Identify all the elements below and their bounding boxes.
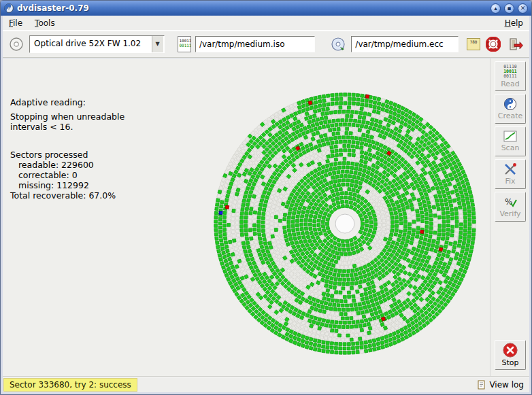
view-log-button[interactable]: View log — [477, 380, 524, 390]
lifesaver-icon — [486, 37, 501, 52]
statusbar: Sector 333680, try 2: success View log — [3, 376, 529, 392]
create-button[interactable]: Create — [495, 94, 526, 124]
status-message: Sector 333680, try 2: success — [3, 378, 137, 392]
maximize-button[interactable]: ▪ — [504, 3, 514, 14]
app-window: dvdisaster-0.79 ▴ ▪ ✕ File Tools Help Op… — [0, 0, 532, 395]
stopping-line-1: Stopping when unreadable — [10, 111, 124, 122]
fix-label: Fix — [505, 177, 515, 186]
verify-label: Verify — [499, 209, 520, 218]
menu-tools[interactable]: Tools — [29, 16, 61, 30]
iso-path-input[interactable] — [195, 36, 316, 52]
stop-icon — [503, 343, 518, 358]
ecc-file-icon — [329, 35, 347, 53]
sectors-missing: missing: 112992 — [10, 180, 124, 190]
main-area: Adaptive reading: Stopping when unreadab… — [3, 58, 529, 376]
chart-icon — [503, 131, 517, 143]
fix-button[interactable]: Fix — [495, 159, 526, 189]
read-label: Read — [501, 80, 520, 88]
preferences-button[interactable]: 780 — [467, 38, 480, 50]
svg-text:%: % — [505, 197, 512, 207]
create-label: Create — [498, 111, 523, 120]
yinyang-icon — [503, 97, 517, 111]
log-icon — [477, 380, 486, 390]
drive-select[interactable]: Optical drive 52X FW 1.02 ▼ — [29, 35, 165, 53]
view-log-label: View log — [489, 380, 524, 390]
quit-button[interactable] — [507, 35, 525, 53]
drive-status-icon — [7, 35, 25, 53]
shade-button[interactable]: ▴ — [491, 3, 501, 14]
menu-file[interactable]: File — [3, 16, 29, 30]
read-button[interactable]: 01110 10011 00111 Read — [495, 61, 526, 91]
tools-icon — [503, 162, 517, 176]
drive-select-value: Optical drive 52X FW 1.02 — [30, 36, 152, 52]
binary-icon: 01110 10011 00111 — [503, 65, 517, 79]
cd-icon — [9, 37, 24, 52]
help-button[interactable] — [484, 35, 503, 53]
titlebar[interactable]: dvdisaster-0.79 ▴ ▪ ✕ — [1, 1, 531, 16]
scan-label: Scan — [501, 143, 520, 152]
sectors-correctable: correctable: 0 — [10, 170, 124, 180]
preferences-icon: 780 — [467, 39, 479, 45]
iso-icon-digits-2: 00111 — [179, 43, 189, 48]
stop-button[interactable]: Stop — [495, 340, 526, 370]
adaptive-title: Adaptive reading: — [10, 97, 124, 107]
chevron-down-icon[interactable]: ▼ — [152, 36, 164, 52]
exit-icon — [508, 37, 523, 52]
verify-button[interactable]: % Verify — [495, 192, 526, 222]
action-sidebar: 01110 10011 00111 Read Create — [490, 58, 529, 376]
app-icon — [4, 3, 14, 13]
iso-image-icon: 10011 00111 — [178, 36, 190, 52]
menubar: File Tools Help — [3, 16, 529, 31]
ecc-path-input[interactable] — [351, 36, 459, 52]
window-title: dvdisaster-0.79 — [17, 3, 487, 13]
checklist-icon: % — [503, 195, 517, 209]
menu-help[interactable]: Help — [499, 16, 529, 30]
stop-label: Stop — [501, 358, 518, 367]
medium-spiral — [205, 84, 484, 363]
scan-button[interactable]: Scan — [495, 126, 526, 156]
iso-icon-digits-1: 10011 — [179, 38, 189, 43]
stopping-line-2: intervals < 16. — [10, 122, 124, 132]
sectors-title: Sectors processed — [10, 150, 124, 160]
total-recoverable: Total recoverable: 67.0% — [10, 190, 124, 201]
close-button[interactable]: ✕ — [518, 3, 528, 14]
sectors-readable: readable: 229600 — [10, 160, 124, 170]
info-panel: Adaptive reading: Stopping when unreadab… — [10, 97, 124, 201]
toolbar: Optical drive 52X FW 1.02 ▼ 10011 00111 … — [3, 31, 529, 58]
